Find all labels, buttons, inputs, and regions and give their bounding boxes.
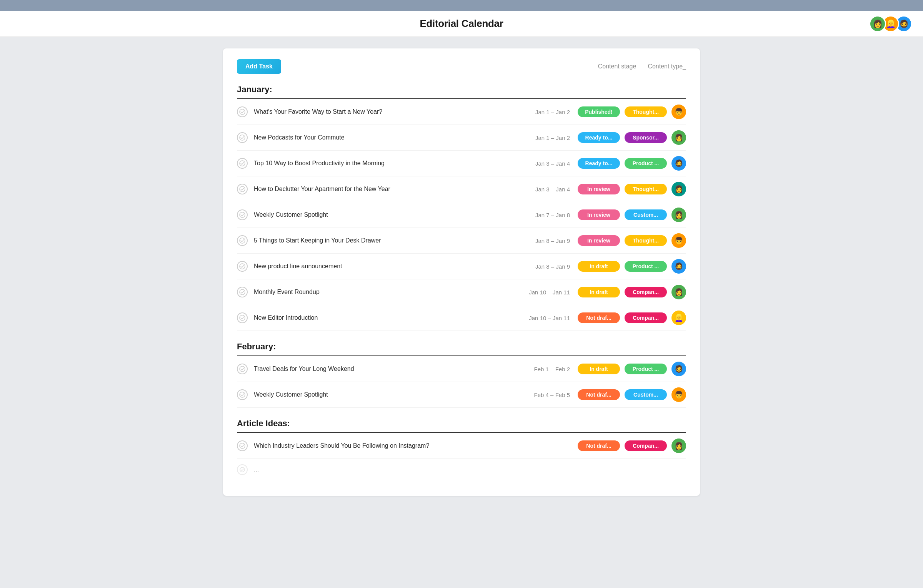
avatar-group: 👩 👱‍♀️ 🧔 (869, 15, 912, 32)
list-item[interactable]: Monthly Event Roundup Jan 10 – Jan 11 In… (237, 279, 686, 305)
type-badge[interactable]: Compan... (625, 312, 667, 323)
list-item[interactable]: What's Your Favorite Way to Start a New … (237, 99, 686, 125)
filter-row: Content stage Content type_ (598, 63, 686, 70)
task-date: Jan 7 – Jan 8 (516, 212, 570, 218)
svg-point-7 (240, 289, 245, 295)
task-name: Top 10 Way to Boost Productivity in the … (254, 160, 516, 167)
list-item[interactable]: New Editor Introduction Jan 10 – Jan 11 … (237, 305, 686, 331)
avatar: 🧔 (671, 259, 686, 274)
list-item[interactable]: New product line announcement Jan 8 – Ja… (237, 254, 686, 279)
type-badge[interactable]: Product ... (625, 261, 667, 272)
avatar: 👩 (671, 208, 686, 222)
task-date: Jan 3 – Jan 4 (516, 186, 570, 193)
svg-point-11 (240, 443, 245, 448)
status-badge[interactable]: In review (578, 235, 620, 246)
task-date: Jan 8 – Jan 9 (516, 263, 570, 270)
svg-point-1 (240, 135, 245, 140)
type-badge[interactable]: Compan... (625, 287, 667, 297)
task-name: Weekly Customer Spotlight (254, 391, 516, 398)
toolbar: Add Task Content stage Content type_ (237, 59, 686, 74)
task-checkbox[interactable] (237, 312, 248, 323)
list-item[interactable]: New Podcasts for Your Commute Jan 1 – Ja… (237, 125, 686, 151)
task-name: New Podcasts for Your Commute (254, 134, 516, 141)
svg-point-5 (240, 238, 245, 243)
task-checkbox[interactable] (237, 184, 248, 194)
task-date: Jan 10 – Jan 11 (516, 315, 570, 321)
top-bar (0, 0, 923, 11)
task-checkbox[interactable] (237, 440, 248, 451)
avatar: 👦 (671, 233, 686, 248)
task-name: Which Industry Leaders Should You Be Fol… (254, 442, 516, 449)
svg-point-3 (240, 186, 245, 192)
sections-container: January: What's Your Favorite Way to Sta… (237, 85, 686, 480)
type-badge[interactable]: Sponsor... (625, 132, 667, 143)
type-badge[interactable]: Custom... (625, 209, 667, 220)
avatar: 👦 (671, 105, 686, 119)
task-checkbox[interactable] (237, 209, 248, 220)
avatar: 👩 (671, 285, 686, 299)
type-badge[interactable]: Compan... (625, 440, 667, 451)
type-badge[interactable]: Thought... (625, 184, 667, 194)
status-badge[interactable]: Not draf... (578, 389, 620, 400)
svg-point-10 (240, 392, 245, 397)
status-badge[interactable]: Not draf... (578, 312, 620, 323)
avatar: 👩 (671, 439, 686, 453)
task-checkbox[interactable] (237, 287, 248, 297)
task-name: New Editor Introduction (254, 314, 516, 321)
task-checkbox[interactable] (237, 106, 248, 117)
task-date: Jan 1 – Jan 2 (516, 109, 570, 115)
avatar: 👩 (671, 182, 686, 196)
svg-point-8 (240, 315, 245, 321)
list-item[interactable]: Travel Deals for Your Long Weekend Feb 1… (237, 356, 686, 382)
list-item[interactable]: Which Industry Leaders Should You Be Fol… (237, 433, 686, 459)
avatar: 🧔 (671, 362, 686, 376)
task-checkbox[interactable] (237, 389, 248, 400)
status-badge[interactable]: Published! (578, 106, 620, 117)
task-checkbox[interactable] (237, 158, 248, 169)
task-checkbox[interactable] (237, 364, 248, 374)
task-checkbox[interactable] (237, 235, 248, 246)
task-date: Jan 3 – Jan 4 (516, 160, 570, 167)
task-name: What's Your Favorite Way to Start a New … (254, 108, 516, 115)
avatar: 🧔 (671, 156, 686, 171)
svg-point-6 (240, 264, 245, 269)
list-item[interactable]: Top 10 Way to Boost Productivity in the … (237, 151, 686, 176)
list-item[interactable]: How to Declutter Your Apartment for the … (237, 176, 686, 202)
svg-point-4 (240, 212, 245, 218)
task-name: New product line announcement (254, 263, 516, 270)
list-item[interactable]: 5 Things to Start Keeping in Your Desk D… (237, 228, 686, 254)
task-checkbox[interactable] (237, 464, 248, 475)
content-stage-filter[interactable]: Content stage (598, 63, 636, 70)
type-badge[interactable]: Custom... (625, 389, 667, 400)
task-name: Travel Deals for Your Long Weekend (254, 365, 516, 372)
type-badge[interactable]: Thought... (625, 235, 667, 246)
status-badge[interactable]: In draft (578, 364, 620, 374)
status-badge[interactable]: In draft (578, 261, 620, 272)
list-item[interactable]: Weekly Customer Spotlight Feb 4 – Feb 5 … (237, 382, 686, 408)
status-badge[interactable]: Ready to... (578, 158, 620, 169)
status-badge[interactable]: Not draf... (578, 440, 620, 451)
section-title-february: February: (237, 342, 686, 352)
avatar: 👩 (671, 130, 686, 145)
svg-point-2 (240, 161, 245, 166)
status-badge[interactable]: In draft (578, 287, 620, 297)
list-item[interactable]: Weekly Customer Spotlight Jan 7 – Jan 8 … (237, 202, 686, 228)
list-item[interactable]: ... (237, 459, 686, 480)
type-badge[interactable]: Product ... (625, 364, 667, 374)
task-checkbox[interactable] (237, 261, 248, 272)
status-badge[interactable]: In review (578, 184, 620, 194)
task-name: Weekly Customer Spotlight (254, 211, 516, 218)
status-badge[interactable]: Ready to... (578, 132, 620, 143)
task-checkbox[interactable] (237, 132, 248, 143)
task-date: Feb 1 – Feb 2 (516, 366, 570, 372)
task-date: Feb 4 – Feb 5 (516, 392, 570, 398)
content-type-filter[interactable]: Content type_ (648, 63, 686, 70)
add-task-button[interactable]: Add Task (237, 59, 281, 74)
status-badge[interactable]: In review (578, 209, 620, 220)
main-content: Add Task Content stage Content type_ Jan… (223, 48, 700, 496)
type-badge[interactable]: Product ... (625, 158, 667, 169)
svg-point-0 (240, 109, 245, 115)
type-badge[interactable]: Thought... (625, 106, 667, 117)
avatar: 👱‍♀️ (671, 311, 686, 325)
avatar-1[interactable]: 👩 (869, 15, 886, 32)
